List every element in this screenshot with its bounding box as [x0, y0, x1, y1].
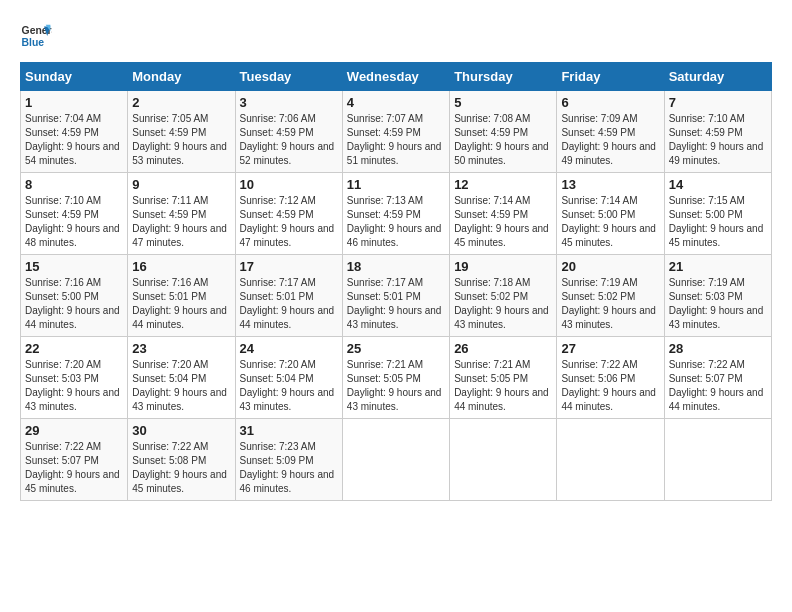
calendar-week-5: 29 Sunrise: 7:22 AM Sunset: 5:07 PM Dayl… [21, 419, 772, 501]
calendar-cell [664, 419, 771, 501]
calendar-cell: 26 Sunrise: 7:21 AM Sunset: 5:05 PM Dayl… [450, 337, 557, 419]
weekday-header-tuesday: Tuesday [235, 63, 342, 91]
day-info: Sunrise: 7:16 AM Sunset: 5:00 PM Dayligh… [25, 276, 123, 332]
day-number: 4 [347, 95, 445, 110]
logo-icon: General Blue [20, 20, 52, 52]
calendar-cell: 20 Sunrise: 7:19 AM Sunset: 5:02 PM Dayl… [557, 255, 664, 337]
day-info: Sunrise: 7:23 AM Sunset: 5:09 PM Dayligh… [240, 440, 338, 496]
calendar-cell [342, 419, 449, 501]
day-info: Sunrise: 7:10 AM Sunset: 4:59 PM Dayligh… [25, 194, 123, 250]
calendar-cell: 1 Sunrise: 7:04 AM Sunset: 4:59 PM Dayli… [21, 91, 128, 173]
day-info: Sunrise: 7:21 AM Sunset: 5:05 PM Dayligh… [347, 358, 445, 414]
calendar-cell: 3 Sunrise: 7:06 AM Sunset: 4:59 PM Dayli… [235, 91, 342, 173]
day-number: 27 [561, 341, 659, 356]
calendar-cell: 9 Sunrise: 7:11 AM Sunset: 4:59 PM Dayli… [128, 173, 235, 255]
day-number: 25 [347, 341, 445, 356]
day-number: 31 [240, 423, 338, 438]
calendar-cell: 12 Sunrise: 7:14 AM Sunset: 4:59 PM Dayl… [450, 173, 557, 255]
day-number: 26 [454, 341, 552, 356]
day-number: 29 [25, 423, 123, 438]
svg-text:Blue: Blue [22, 37, 45, 48]
calendar-cell [450, 419, 557, 501]
calendar-cell: 14 Sunrise: 7:15 AM Sunset: 5:00 PM Dayl… [664, 173, 771, 255]
day-number: 14 [669, 177, 767, 192]
day-number: 30 [132, 423, 230, 438]
day-info: Sunrise: 7:19 AM Sunset: 5:03 PM Dayligh… [669, 276, 767, 332]
day-number: 3 [240, 95, 338, 110]
day-number: 20 [561, 259, 659, 274]
calendar-cell: 28 Sunrise: 7:22 AM Sunset: 5:07 PM Dayl… [664, 337, 771, 419]
weekday-header-saturday: Saturday [664, 63, 771, 91]
weekday-header-monday: Monday [128, 63, 235, 91]
calendar-cell: 18 Sunrise: 7:17 AM Sunset: 5:01 PM Dayl… [342, 255, 449, 337]
calendar-cell: 11 Sunrise: 7:13 AM Sunset: 4:59 PM Dayl… [342, 173, 449, 255]
day-number: 13 [561, 177, 659, 192]
calendar-cell: 16 Sunrise: 7:16 AM Sunset: 5:01 PM Dayl… [128, 255, 235, 337]
day-number: 24 [240, 341, 338, 356]
day-info: Sunrise: 7:10 AM Sunset: 4:59 PM Dayligh… [669, 112, 767, 168]
day-info: Sunrise: 7:04 AM Sunset: 4:59 PM Dayligh… [25, 112, 123, 168]
calendar-cell: 31 Sunrise: 7:23 AM Sunset: 5:09 PM Dayl… [235, 419, 342, 501]
day-info: Sunrise: 7:18 AM Sunset: 5:02 PM Dayligh… [454, 276, 552, 332]
day-info: Sunrise: 7:22 AM Sunset: 5:07 PM Dayligh… [669, 358, 767, 414]
day-info: Sunrise: 7:20 AM Sunset: 5:04 PM Dayligh… [240, 358, 338, 414]
calendar-cell: 29 Sunrise: 7:22 AM Sunset: 5:07 PM Dayl… [21, 419, 128, 501]
day-number: 11 [347, 177, 445, 192]
calendar-table: SundayMondayTuesdayWednesdayThursdayFrid… [20, 62, 772, 501]
day-info: Sunrise: 7:06 AM Sunset: 4:59 PM Dayligh… [240, 112, 338, 168]
weekday-header-thursday: Thursday [450, 63, 557, 91]
day-number: 1 [25, 95, 123, 110]
calendar-week-3: 15 Sunrise: 7:16 AM Sunset: 5:00 PM Dayl… [21, 255, 772, 337]
calendar-cell: 30 Sunrise: 7:22 AM Sunset: 5:08 PM Dayl… [128, 419, 235, 501]
calendar-week-4: 22 Sunrise: 7:20 AM Sunset: 5:03 PM Dayl… [21, 337, 772, 419]
day-number: 19 [454, 259, 552, 274]
day-number: 2 [132, 95, 230, 110]
day-number: 15 [25, 259, 123, 274]
day-number: 28 [669, 341, 767, 356]
calendar-cell: 4 Sunrise: 7:07 AM Sunset: 4:59 PM Dayli… [342, 91, 449, 173]
day-info: Sunrise: 7:17 AM Sunset: 5:01 PM Dayligh… [240, 276, 338, 332]
day-number: 18 [347, 259, 445, 274]
day-info: Sunrise: 7:14 AM Sunset: 4:59 PM Dayligh… [454, 194, 552, 250]
calendar-cell: 6 Sunrise: 7:09 AM Sunset: 4:59 PM Dayli… [557, 91, 664, 173]
day-number: 22 [25, 341, 123, 356]
calendar-cell: 21 Sunrise: 7:19 AM Sunset: 5:03 PM Dayl… [664, 255, 771, 337]
day-info: Sunrise: 7:17 AM Sunset: 5:01 PM Dayligh… [347, 276, 445, 332]
day-info: Sunrise: 7:09 AM Sunset: 4:59 PM Dayligh… [561, 112, 659, 168]
calendar-cell: 8 Sunrise: 7:10 AM Sunset: 4:59 PM Dayli… [21, 173, 128, 255]
calendar-week-1: 1 Sunrise: 7:04 AM Sunset: 4:59 PM Dayli… [21, 91, 772, 173]
calendar-cell: 5 Sunrise: 7:08 AM Sunset: 4:59 PM Dayli… [450, 91, 557, 173]
weekday-header-wednesday: Wednesday [342, 63, 449, 91]
day-info: Sunrise: 7:22 AM Sunset: 5:08 PM Dayligh… [132, 440, 230, 496]
day-info: Sunrise: 7:20 AM Sunset: 5:04 PM Dayligh… [132, 358, 230, 414]
day-number: 12 [454, 177, 552, 192]
calendar-week-2: 8 Sunrise: 7:10 AM Sunset: 4:59 PM Dayli… [21, 173, 772, 255]
day-number: 7 [669, 95, 767, 110]
logo: General Blue [20, 20, 52, 52]
day-number: 23 [132, 341, 230, 356]
calendar-cell: 15 Sunrise: 7:16 AM Sunset: 5:00 PM Dayl… [21, 255, 128, 337]
page-header: General Blue [20, 20, 772, 52]
weekday-header-friday: Friday [557, 63, 664, 91]
day-number: 8 [25, 177, 123, 192]
day-info: Sunrise: 7:22 AM Sunset: 5:07 PM Dayligh… [25, 440, 123, 496]
calendar-cell: 19 Sunrise: 7:18 AM Sunset: 5:02 PM Dayl… [450, 255, 557, 337]
calendar-cell: 13 Sunrise: 7:14 AM Sunset: 5:00 PM Dayl… [557, 173, 664, 255]
day-info: Sunrise: 7:20 AM Sunset: 5:03 PM Dayligh… [25, 358, 123, 414]
calendar-body: 1 Sunrise: 7:04 AM Sunset: 4:59 PM Dayli… [21, 91, 772, 501]
calendar-cell: 25 Sunrise: 7:21 AM Sunset: 5:05 PM Dayl… [342, 337, 449, 419]
day-info: Sunrise: 7:14 AM Sunset: 5:00 PM Dayligh… [561, 194, 659, 250]
calendar-cell: 24 Sunrise: 7:20 AM Sunset: 5:04 PM Dayl… [235, 337, 342, 419]
day-info: Sunrise: 7:19 AM Sunset: 5:02 PM Dayligh… [561, 276, 659, 332]
day-info: Sunrise: 7:11 AM Sunset: 4:59 PM Dayligh… [132, 194, 230, 250]
calendar-cell: 10 Sunrise: 7:12 AM Sunset: 4:59 PM Dayl… [235, 173, 342, 255]
weekday-header-row: SundayMondayTuesdayWednesdayThursdayFrid… [21, 63, 772, 91]
calendar-cell: 17 Sunrise: 7:17 AM Sunset: 5:01 PM Dayl… [235, 255, 342, 337]
calendar-cell: 7 Sunrise: 7:10 AM Sunset: 4:59 PM Dayli… [664, 91, 771, 173]
day-info: Sunrise: 7:22 AM Sunset: 5:06 PM Dayligh… [561, 358, 659, 414]
day-number: 21 [669, 259, 767, 274]
day-number: 16 [132, 259, 230, 274]
calendar-cell: 27 Sunrise: 7:22 AM Sunset: 5:06 PM Dayl… [557, 337, 664, 419]
day-number: 6 [561, 95, 659, 110]
day-number: 10 [240, 177, 338, 192]
